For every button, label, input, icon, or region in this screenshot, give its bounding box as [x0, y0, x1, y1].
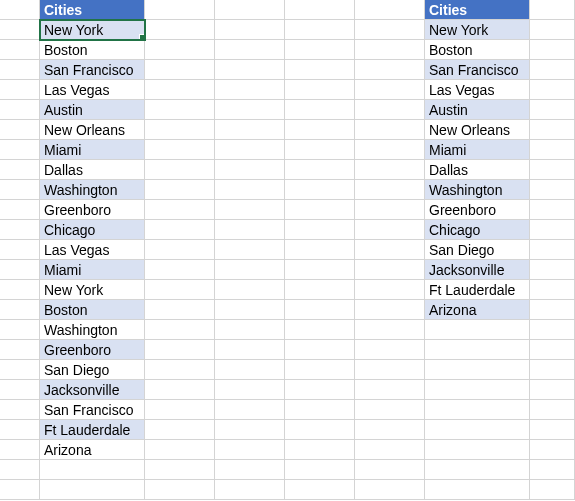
- empty-cell[interactable]: [0, 240, 40, 260]
- empty-cell[interactable]: [0, 300, 40, 320]
- empty-cell[interactable]: [215, 200, 285, 220]
- left-list-cell[interactable]: New Orleans: [40, 120, 145, 140]
- empty-cell[interactable]: [145, 260, 215, 280]
- empty-cell[interactable]: [145, 20, 215, 40]
- cell[interactable]: [425, 440, 530, 460]
- empty-cell[interactable]: [215, 20, 285, 40]
- empty-cell[interactable]: [355, 20, 425, 40]
- left-list-cell[interactable]: Arizona: [40, 440, 145, 460]
- empty-cell[interactable]: [355, 420, 425, 440]
- empty-cell[interactable]: [355, 220, 425, 240]
- empty-cell[interactable]: [285, 60, 355, 80]
- empty-cell[interactable]: [145, 360, 215, 380]
- column-header-right[interactable]: Cities: [425, 0, 530, 20]
- empty-cell[interactable]: [355, 280, 425, 300]
- empty-cell[interactable]: [145, 240, 215, 260]
- empty-cell[interactable]: [0, 100, 40, 120]
- cell[interactable]: [40, 460, 145, 480]
- empty-cell[interactable]: [0, 200, 40, 220]
- empty-cell[interactable]: [285, 400, 355, 420]
- empty-cell[interactable]: [145, 280, 215, 300]
- empty-cell[interactable]: [215, 460, 285, 480]
- empty-cell[interactable]: [355, 0, 425, 20]
- empty-cell[interactable]: [355, 160, 425, 180]
- empty-cell[interactable]: [145, 340, 215, 360]
- empty-cell[interactable]: [530, 360, 575, 380]
- empty-cell[interactable]: [285, 480, 355, 500]
- empty-cell[interactable]: [285, 460, 355, 480]
- empty-cell[interactable]: [530, 440, 575, 460]
- empty-cell[interactable]: [530, 480, 575, 500]
- left-list-cell[interactable]: Ft Lauderdale: [40, 420, 145, 440]
- empty-cell[interactable]: [215, 240, 285, 260]
- empty-cell[interactable]: [530, 320, 575, 340]
- empty-cell[interactable]: [215, 300, 285, 320]
- empty-cell[interactable]: [530, 20, 575, 40]
- empty-cell[interactable]: [215, 420, 285, 440]
- empty-cell[interactable]: [215, 140, 285, 160]
- empty-cell[interactable]: [355, 100, 425, 120]
- left-list-cell[interactable]: Washington: [40, 180, 145, 200]
- empty-cell[interactable]: [0, 380, 40, 400]
- empty-cell[interactable]: [285, 380, 355, 400]
- empty-cell[interactable]: [0, 460, 40, 480]
- right-list-cell[interactable]: New Orleans: [425, 120, 530, 140]
- empty-cell[interactable]: [355, 40, 425, 60]
- empty-cell[interactable]: [0, 220, 40, 240]
- empty-cell[interactable]: [285, 0, 355, 20]
- empty-cell[interactable]: [355, 240, 425, 260]
- empty-cell[interactable]: [0, 480, 40, 500]
- empty-cell[interactable]: [145, 140, 215, 160]
- cell[interactable]: [425, 320, 530, 340]
- empty-cell[interactable]: [355, 60, 425, 80]
- empty-cell[interactable]: [530, 40, 575, 60]
- empty-cell[interactable]: [530, 200, 575, 220]
- empty-cell[interactable]: [530, 120, 575, 140]
- empty-cell[interactable]: [285, 420, 355, 440]
- empty-cell[interactable]: [0, 80, 40, 100]
- empty-cell[interactable]: [355, 440, 425, 460]
- empty-cell[interactable]: [530, 260, 575, 280]
- empty-cell[interactable]: [530, 460, 575, 480]
- empty-cell[interactable]: [215, 160, 285, 180]
- empty-cell[interactable]: [285, 20, 355, 40]
- empty-cell[interactable]: [215, 320, 285, 340]
- empty-cell[interactable]: [355, 180, 425, 200]
- empty-cell[interactable]: [530, 0, 575, 20]
- empty-cell[interactable]: [530, 300, 575, 320]
- empty-cell[interactable]: [145, 40, 215, 60]
- empty-cell[interactable]: [215, 280, 285, 300]
- empty-cell[interactable]: [285, 440, 355, 460]
- empty-cell[interactable]: [530, 340, 575, 360]
- empty-cell[interactable]: [215, 0, 285, 20]
- left-list-cell[interactable]: Chicago: [40, 220, 145, 240]
- empty-cell[interactable]: [145, 480, 215, 500]
- empty-cell[interactable]: [215, 340, 285, 360]
- empty-cell[interactable]: [530, 100, 575, 120]
- empty-cell[interactable]: [355, 400, 425, 420]
- empty-cell[interactable]: [355, 140, 425, 160]
- right-list-cell[interactable]: San Francisco: [425, 60, 530, 80]
- empty-cell[interactable]: [0, 340, 40, 360]
- empty-cell[interactable]: [145, 100, 215, 120]
- empty-cell[interactable]: [215, 360, 285, 380]
- empty-cell[interactable]: [215, 260, 285, 280]
- left-list-cell[interactable]: San Francisco: [40, 400, 145, 420]
- empty-cell[interactable]: [285, 260, 355, 280]
- left-list-cell[interactable]: Las Vegas: [40, 80, 145, 100]
- empty-cell[interactable]: [0, 400, 40, 420]
- empty-cell[interactable]: [285, 80, 355, 100]
- empty-cell[interactable]: [530, 420, 575, 440]
- empty-cell[interactable]: [145, 180, 215, 200]
- empty-cell[interactable]: [145, 400, 215, 420]
- left-list-cell[interactable]: Miami: [40, 140, 145, 160]
- empty-cell[interactable]: [285, 360, 355, 380]
- empty-cell[interactable]: [285, 340, 355, 360]
- empty-cell[interactable]: [215, 80, 285, 100]
- empty-cell[interactable]: [0, 360, 40, 380]
- empty-cell[interactable]: [285, 40, 355, 60]
- right-list-cell[interactable]: Boston: [425, 40, 530, 60]
- empty-cell[interactable]: [285, 280, 355, 300]
- empty-cell[interactable]: [0, 120, 40, 140]
- left-list-cell[interactable]: Las Vegas: [40, 240, 145, 260]
